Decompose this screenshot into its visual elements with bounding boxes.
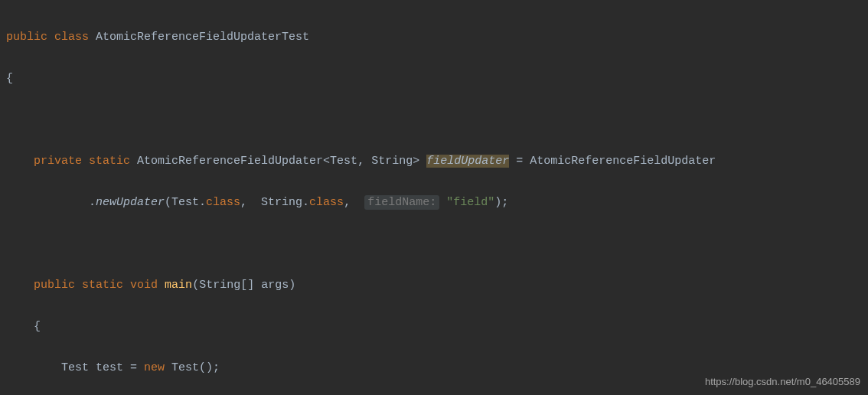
code-line: .newUpdater(Test.class, String.class, fi… [6, 192, 868, 213]
keyword-class-literal: class [206, 196, 240, 209]
watermark-text: https://blog.csdn.net/m0_46405589 [705, 373, 860, 390]
code-line: public static void main(String[] args) [6, 275, 868, 295]
brace: { [6, 72, 13, 85]
string-literal: "field" [439, 196, 494, 209]
keyword-public: public [6, 31, 47, 44]
dot: . [89, 196, 96, 209]
keyword-public: public [34, 279, 75, 292]
code-editor[interactable]: public class AtomicReferenceFieldUpdater… [0, 0, 868, 395]
code-line: { [6, 68, 868, 89]
keyword-static: static [89, 155, 130, 168]
text: Test(); [165, 361, 220, 374]
param-hint-fieldname: fieldName: [364, 195, 439, 210]
keyword-private: private [34, 155, 82, 168]
brace: { [34, 320, 41, 333]
keyword-void: void [130, 279, 158, 292]
code-line: { [6, 316, 868, 337]
text: = AtomicReferenceFieldUpdater [509, 155, 716, 168]
keyword-class: class [54, 31, 89, 44]
text: , [344, 196, 364, 209]
text: Test test = [61, 361, 144, 374]
class-name: AtomicReferenceFieldUpdaterTest [96, 31, 309, 44]
code-line [6, 233, 868, 254]
method-main: main [165, 279, 192, 292]
code-line [6, 109, 868, 130]
type: AtomicReferenceFieldUpdater<Test, String… [137, 155, 419, 168]
code-line: public class AtomicReferenceFieldUpdater… [6, 27, 868, 47]
params: (String[] args) [192, 279, 295, 292]
keyword-class-literal: class [309, 196, 344, 209]
code-line: private static AtomicReferenceFieldUpdat… [6, 151, 868, 171]
text: (Test. [165, 196, 206, 209]
text: ); [494, 196, 508, 209]
field-name-highlighted: fieldUpdater [426, 155, 509, 168]
text: , String. [240, 196, 309, 209]
keyword-new: new [144, 361, 165, 374]
keyword-static: static [82, 279, 123, 292]
method-call: newUpdater [96, 196, 165, 209]
